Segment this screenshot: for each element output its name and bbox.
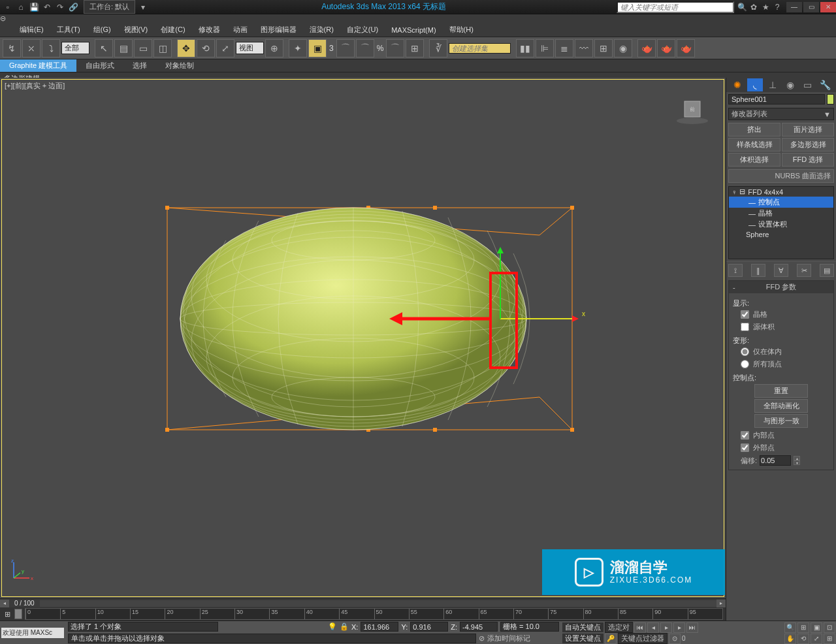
lock-icon[interactable]: 💡 bbox=[328, 622, 337, 631]
dolly-icon[interactable]: ⤢ bbox=[811, 634, 822, 644]
undo-icon[interactable]: ↶ bbox=[42, 2, 52, 12]
help-icon[interactable]: ? bbox=[772, 2, 782, 12]
sphere-object[interactable]: x bbox=[128, 182, 598, 495]
minimize-button[interactable]: — bbox=[786, 2, 802, 12]
conform-button[interactable]: 与图形一致 bbox=[754, 414, 808, 428]
viewcube[interactable]: 前 bbox=[674, 96, 711, 125]
selection-filter[interactable]: 全部 bbox=[61, 42, 89, 54]
ref-coord-dd[interactable]: 视图 bbox=[236, 42, 264, 54]
y-coord[interactable]: 0.916 bbox=[410, 622, 448, 632]
modifier-button[interactable]: 样条线选择 bbox=[728, 138, 780, 152]
named-selection-set[interactable] bbox=[449, 43, 511, 54]
render-icon[interactable]: 🫖 bbox=[677, 39, 695, 57]
open-icon[interactable]: ⌂ bbox=[16, 2, 26, 12]
material-icon[interactable]: ◉ bbox=[614, 39, 632, 57]
outer-pts-checkbox[interactable]: 外部点 bbox=[733, 442, 829, 454]
time-slider[interactable] bbox=[14, 609, 22, 619]
render-frame-icon[interactable]: 🫖 bbox=[657, 39, 675, 57]
show-result-icon[interactable]: ‖ bbox=[751, 264, 765, 277]
viewport-label[interactable]: [+][前][真实 + 边面] bbox=[5, 81, 65, 91]
offset-input[interactable] bbox=[760, 455, 791, 466]
key-icon[interactable]: 🔑 bbox=[605, 634, 617, 644]
named-sel-icon[interactable]: ∛ bbox=[429, 39, 447, 57]
mirror-icon[interactable]: ▮▮ bbox=[516, 39, 534, 57]
menu-动画[interactable]: 动画 bbox=[233, 25, 248, 35]
scale-icon[interactable]: ⤢ bbox=[216, 39, 234, 57]
ribbon-tab[interactable]: 选择 bbox=[123, 59, 156, 72]
stack-sphere[interactable]: Sphere bbox=[729, 230, 833, 239]
percent-snap-icon[interactable]: ⌒ bbox=[356, 39, 374, 57]
menu-视图(V)[interactable]: 视图(V) bbox=[124, 25, 148, 35]
stack-ffd[interactable]: ♀⊟FFD 4x4x4 bbox=[729, 187, 833, 197]
link-icon[interactable]: 🔗 bbox=[68, 2, 78, 12]
ribbon-tab[interactable]: Graphite 建模工具 bbox=[0, 59, 76, 72]
add-time-tag[interactable]: 添加时间标记 bbox=[487, 634, 559, 643]
menu-帮助(H)[interactable]: 帮助(H) bbox=[449, 25, 474, 35]
object-name-input[interactable] bbox=[728, 94, 825, 105]
layers-icon[interactable]: ≣ bbox=[555, 39, 573, 57]
object-color-swatch[interactable] bbox=[827, 94, 834, 105]
play-icon[interactable]: ▸ bbox=[660, 622, 672, 633]
rollout-header[interactable]: -FFD 参数 bbox=[729, 281, 833, 293]
menu-创建(C)[interactable]: 创建(C) bbox=[161, 25, 185, 35]
modifier-button[interactable]: 体积选择 bbox=[728, 153, 780, 167]
render-setup-icon[interactable]: 🫖 bbox=[637, 39, 656, 57]
scroll-right-icon[interactable]: ▸ bbox=[716, 600, 726, 607]
app-menu-icon[interactable]: ⊝ bbox=[0, 14, 836, 23]
hierarchy-tab-icon[interactable]: ⊥ bbox=[765, 78, 780, 91]
stack-set-volume[interactable]: ―设置体积 bbox=[729, 219, 833, 230]
max-viewport-icon[interactable]: ⊞ bbox=[824, 634, 835, 644]
search-input[interactable] bbox=[617, 1, 734, 13]
workspace-selector[interactable]: 工作台: 默认 bbox=[84, 0, 135, 14]
unique-icon[interactable]: ∀ bbox=[774, 264, 788, 277]
pin-stack-icon[interactable]: ⟟ bbox=[728, 264, 743, 277]
select-link-icon[interactable]: ↯ bbox=[3, 39, 21, 57]
menu-修改器[interactable]: 修改器 bbox=[199, 25, 220, 35]
menu-组(G)[interactable]: 组(G) bbox=[93, 25, 111, 35]
display-tab-icon[interactable]: ▭ bbox=[800, 78, 816, 91]
curve-editor-icon[interactable]: 〰 bbox=[575, 39, 593, 57]
spinner-snap-icon[interactable]: ⌒ bbox=[386, 39, 404, 57]
rotate-icon[interactable]: ⟲ bbox=[197, 39, 215, 57]
search-go-icon[interactable]: 🔍 bbox=[737, 2, 747, 12]
unlink-icon[interactable]: ⤫ bbox=[22, 39, 40, 57]
in-volume-radio[interactable]: 仅在体内 bbox=[733, 346, 829, 358]
fov-icon[interactable]: ▣ bbox=[811, 622, 822, 633]
viewport[interactable]: [+][前][真实 + 边面] 前 bbox=[1, 79, 724, 597]
new-icon[interactable]: ▫ bbox=[3, 2, 13, 12]
time-scroll-track[interactable] bbox=[40, 600, 716, 607]
workspace-dd-icon[interactable]: ▾ bbox=[138, 2, 148, 12]
select-name-icon[interactable]: ▤ bbox=[114, 39, 133, 57]
manip-icon[interactable]: ✦ bbox=[289, 39, 307, 57]
goto-end-icon[interactable]: ⏭ bbox=[686, 622, 698, 633]
menu-渲染(R)[interactable]: 渲染(R) bbox=[310, 25, 334, 35]
close-button[interactable]: ✕ bbox=[820, 2, 836, 12]
schematic-icon[interactable]: ⊞ bbox=[594, 39, 613, 57]
stack-control-points[interactable]: ―控制点 bbox=[729, 197, 833, 208]
spin-up[interactable]: ▴ bbox=[794, 456, 800, 460]
time-tag-icon[interactable]: ⊘ bbox=[479, 634, 485, 643]
spin-down[interactable]: ▾ bbox=[794, 460, 800, 465]
timeline-config-icon[interactable]: ⊞ bbox=[0, 608, 14, 620]
goto-start-icon[interactable]: ⏮ bbox=[634, 622, 646, 633]
angle-snap-icon[interactable]: ⌒ bbox=[336, 39, 355, 57]
maximize-button[interactable]: ▭ bbox=[803, 2, 819, 12]
next-frame-icon[interactable]: ▸ bbox=[673, 622, 685, 633]
ribbon-tab[interactable]: 自由形式 bbox=[76, 59, 123, 72]
stack-lattice[interactable]: ―晶格 bbox=[729, 208, 833, 219]
comm-icon[interactable]: ✿ bbox=[748, 2, 759, 12]
select-icon[interactable]: ↖ bbox=[95, 39, 113, 57]
nurbs-button[interactable]: NURBS 曲面选择 bbox=[728, 169, 834, 183]
zoom-ext-icon[interactable]: ⊡ bbox=[824, 622, 835, 633]
selected-key-dd[interactable]: 选定对 bbox=[605, 622, 633, 633]
save-icon[interactable]: 💾 bbox=[29, 2, 39, 12]
select-rect-icon[interactable]: ▭ bbox=[134, 39, 152, 57]
align-icon[interactable]: ⊫ bbox=[536, 39, 554, 57]
edged-icon[interactable]: ⊞ bbox=[406, 39, 424, 57]
x-coord[interactable]: 161.966 bbox=[361, 622, 398, 632]
configure-icon[interactable]: ▤ bbox=[820, 264, 834, 277]
all-verts-radio[interactable]: 所有顶点 bbox=[733, 358, 829, 370]
modifier-button[interactable]: FFD 选择 bbox=[782, 153, 834, 167]
lattice-checkbox[interactable]: 晶格 bbox=[733, 308, 829, 321]
star-icon[interactable]: ★ bbox=[760, 2, 771, 12]
